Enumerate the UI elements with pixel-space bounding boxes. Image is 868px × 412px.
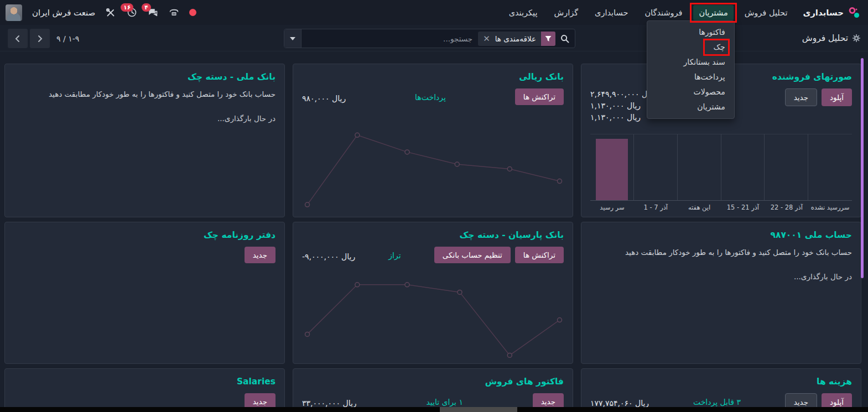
bar-axis-label: 1 - 7 آذر [634,201,678,211]
menu-sales-analysis[interactable]: تحلیل فروش [739,5,793,20]
facet-remove-icon[interactable]: ✕ [478,34,490,44]
search-facet-favorites: علاقه‌مندی ها ✕ [478,32,555,46]
search-bar[interactable]: علاقه‌مندی ها ✕ [284,29,575,48]
journal-dashboard-grid: صورتهای فروشنده آپلود جدید ۲,۶۴۹,۹۰۰,۰۰۰… [0,51,868,412]
card-title[interactable]: دفتر روزنامه چک [14,230,276,240]
transactions-button[interactable]: تراکنش ها [515,247,564,263]
new-button[interactable]: جدید [785,88,817,106]
loading-text: در حال بارگذاری... [14,114,276,123]
card-description: حساب بانک خود را متصل کنید و فاکتورها را… [590,247,852,258]
card-bank-parsian-checkbook: بانک پارسیان - دسته چک تراکنش ها تنظیم ح… [293,222,573,364]
horizontal-scrollbar[interactable] [0,407,868,412]
search-options-toggle[interactable] [284,29,302,48]
facet-label: علاقه‌مندی ها [490,34,541,43]
menu-item-customers[interactable]: مشتریان [647,100,734,114]
pager-value: ۹ / ۱-۹ [56,34,79,43]
menu-configuration[interactable]: پیکربندی [503,5,543,20]
gear-icon[interactable] [853,34,860,42]
menu-item-products[interactable]: محصولات [647,85,734,100]
app-name: حسابداری [803,8,844,18]
payments-link[interactable]: پرداخت‌ها [415,93,446,102]
app-switcher[interactable]: حسابداری [803,7,860,19]
menu-vendors[interactable]: فروشندگان [639,5,688,20]
loading-text: در حال بارگذاری... [590,272,852,281]
page-title: تحلیل فروش [802,33,848,43]
messages-badge: ۴ [142,3,150,12]
menu-item-checks[interactable]: چک [647,40,734,55]
card-title[interactable]: Salaries [14,377,276,387]
menu-accounting[interactable]: حسابداری [589,5,633,20]
company-switcher[interactable]: صنعت فرش ایران [32,8,95,18]
menu-reporting[interactable]: گزارش [548,5,584,20]
card-melli-account: حساب ملی ۹۸۷۰۰۱ حساب بانک خود را متصل کن… [581,222,861,364]
menu-item-credit-notes[interactable]: سند بستانکار [647,55,734,70]
horizontal-scrollbar-thumb[interactable] [440,407,517,412]
bar-column[interactable] [590,134,634,200]
menu-item-payments[interactable]: پرداخت‌ها [647,70,734,85]
bar-column[interactable] [721,134,765,200]
bar-chart-plot [590,134,852,200]
card-salaries: Salaries جدید [4,368,285,412]
card-title[interactable]: بانک ملی - دسته چک [14,72,276,82]
card-title[interactable]: هزینه ها [590,377,852,387]
bar-axis-label: این هفته [678,201,721,211]
amount-value: ۱,۱۳۰,۰۰۰ ریال [590,100,656,112]
balance-line-chart[interactable] [302,117,564,211]
main-menu: تحلیل فروش مشتریان فاکتورها چک سند بستان… [503,5,793,20]
breadcrumb: تحلیل فروش [802,25,860,51]
pager: ۹ / ۱-۹ [6,29,86,48]
bar-column[interactable] [765,134,808,200]
bar-column[interactable] [634,134,678,200]
bar-axis-label: سر رسید [590,201,634,211]
card-expenses: هزینه ها آپلود جدید ۳ قابل پرداخت ۱۷۷,۷۵… [581,368,861,412]
chevron-down-icon [290,37,295,40]
new-button[interactable]: جدید [245,247,276,263]
menu-customers[interactable]: مشتریان فاکتورها چک سند بستانکار پرداخت‌… [693,5,733,20]
top-navbar: حسابداری تحلیل فروش مشتریان فاکتورها چک … [0,0,868,25]
bar-axis-label: 22 - 28 آذر [765,201,808,211]
menu-item-checks-label: چک [713,43,725,51]
amount-value: ۱,۱۳۰,۰۰۰ ریال [590,112,656,123]
bar-axis-label: 15 - 21 آذر [721,201,765,211]
card-check-journal: دفتر روزنامه چک جدید [4,222,285,364]
transactions-button[interactable]: تراکنش ها [515,88,564,105]
to-validate-link[interactable]: ۱ برای تایید [426,398,463,406]
messages-icon[interactable]: ۴ [147,7,158,18]
activities-clock-icon[interactable]: ۱۶ [126,7,137,18]
card-title[interactable]: فاکتور های فروش [302,377,564,387]
vendor-bills-bar-chart[interactable]: سررسید نشده22 - 28 آذر15 - 21 آذراین هفت… [590,134,852,211]
accounting-app-icon [848,7,860,19]
bar[interactable] [596,139,628,200]
user-avatar[interactable] [6,4,22,21]
bar-column[interactable] [808,134,852,200]
configure-bank-account-button[interactable]: تنظیم حساب بانکی [434,247,511,263]
bar-axis-label: سررسید نشده [808,201,852,211]
card-rial-bank: بانک ریالی تراکنش ها پرداخت‌ها ۹۸۰,۰۰۰ ر… [293,64,573,217]
menu-customers-label: مشتریان [699,8,727,17]
amount-value: ۲,۶۴۹,۹۰۰,۰۰۰ ریال [590,88,656,100]
search-icon [560,34,569,43]
tools-icon[interactable] [105,7,116,18]
payable-link[interactable]: ۳ قابل پرداخت [693,398,741,406]
filter-icon [541,32,555,46]
pager-previous-button[interactable] [8,29,28,48]
balance-link[interactable]: تراز [388,251,401,260]
phone-icon[interactable] [168,7,179,18]
customers-dropdown-menu: فاکتورها چک سند بستانکار پرداخت‌ها محصول… [647,20,735,119]
search-input[interactable] [302,34,472,43]
pager-next-button[interactable] [30,29,50,48]
bar-chart-axis-labels: سررسید نشده22 - 28 آذر15 - 21 آذراین هفت… [590,200,852,211]
card-bank-melli-checkbook: بانک ملی - دسته چک حساب بانک خود را متصل… [4,64,285,217]
activities-badge: ۱۶ [121,3,133,12]
menu-item-invoices[interactable]: فاکتورها [647,25,734,40]
control-panel: تحلیل فروش علاقه‌مندی ها ✕ ۹ / ۱-۹ [0,25,868,51]
vertical-scrollbar-thumb[interactable] [861,58,864,278]
card-title[interactable]: بانک ریالی [302,72,564,82]
balance-line-chart[interactable] [302,274,564,358]
card-title[interactable]: حساب ملی ۹۸۷۰۰۱ [590,230,852,240]
upload-button[interactable]: آپلود [822,88,852,106]
recording-indicator-dot [189,9,196,16]
bar-column[interactable] [678,134,721,200]
card-title[interactable]: بانک پارسیان - دسته چک [302,230,564,240]
card-sales-invoices: فاکتور های فروش جدید ۱ برای تایید ۳۳,۰۰۰… [293,368,573,412]
